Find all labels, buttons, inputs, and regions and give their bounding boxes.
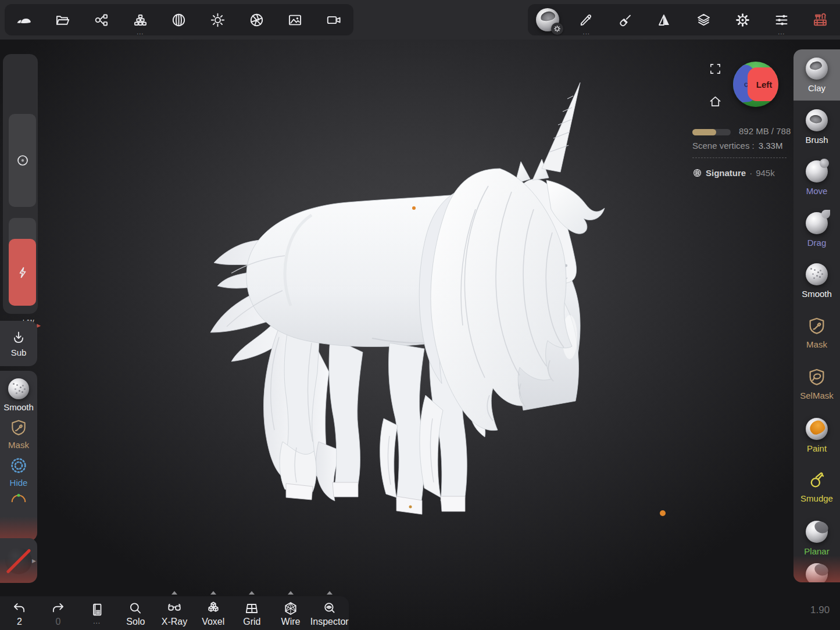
painting-button[interactable] bbox=[612, 6, 639, 34]
quick-mask-button[interactable]: Mask bbox=[8, 418, 29, 450]
nav-left-label: Left bbox=[756, 80, 773, 90]
home-view-button[interactable] bbox=[709, 95, 722, 110]
topology-button[interactable]: ... bbox=[126, 6, 154, 34]
red-slash-icon bbox=[6, 548, 31, 573]
camera-button[interactable] bbox=[320, 6, 348, 34]
wire-button[interactable]: Wire bbox=[271, 596, 310, 630]
intensity-fill bbox=[9, 239, 36, 306]
tool-flatten-partial[interactable] bbox=[806, 563, 828, 582]
tool-clay-label: Clay bbox=[808, 83, 825, 93]
tool-brush-label: Brush bbox=[805, 135, 828, 145]
falloff-expand-arrow[interactable]: ▶ bbox=[32, 558, 36, 564]
quick-hide-button[interactable]: Hide bbox=[9, 456, 28, 488]
active-material-sphere[interactable] bbox=[534, 6, 562, 34]
sym-expand-arrow[interactable]: ▶ bbox=[37, 323, 41, 328]
stroke-marker-dot bbox=[409, 506, 412, 509]
quick-hide-label: Hide bbox=[10, 478, 28, 488]
tool-mask[interactable]: Mask bbox=[793, 307, 840, 358]
fullscreen-button[interactable] bbox=[709, 62, 722, 78]
signature-label: Signature bbox=[706, 168, 746, 178]
stats-divider bbox=[692, 158, 787, 158]
app-logo[interactable] bbox=[10, 6, 38, 34]
drag-sphere-icon bbox=[806, 212, 828, 234]
nav-face-left[interactable]: Left bbox=[748, 67, 778, 101]
stroke-marker-dot bbox=[412, 206, 416, 210]
orange-marker-dot bbox=[660, 510, 666, 516]
inspector-caret bbox=[327, 591, 333, 595]
background-button[interactable] bbox=[281, 6, 309, 34]
files-button[interactable] bbox=[49, 6, 77, 34]
bottom-toolbar: 2 0 ... Solo X-Ray Voxel bbox=[0, 596, 349, 630]
symmetry-mirror-button[interactable] bbox=[650, 6, 678, 34]
tool-move[interactable]: Move bbox=[793, 152, 840, 203]
sub-label: Sub bbox=[11, 348, 27, 357]
gizmo-button[interactable] bbox=[10, 492, 27, 502]
redo-button[interactable]: 0 bbox=[39, 596, 78, 630]
left-slider-container: L/W ▶ Sym bbox=[3, 54, 38, 314]
inspector-button[interactable]: Inspector bbox=[310, 596, 349, 630]
signature-value: 945k bbox=[756, 168, 775, 178]
tool-drag[interactable]: Drag bbox=[793, 204, 840, 255]
app-version: 1.90 bbox=[810, 604, 830, 616]
grid-label: Grid bbox=[243, 617, 260, 627]
tool-planar[interactable]: Planar bbox=[793, 513, 840, 564]
hide-dotted-sphere-icon bbox=[9, 456, 28, 475]
layers-button[interactable] bbox=[689, 6, 717, 34]
tool-selmask-label: SelMask bbox=[800, 391, 834, 400]
tool-smudge[interactable]: Smudge bbox=[793, 461, 840, 512]
solo-button[interactable]: Solo bbox=[116, 596, 155, 630]
tool-brush[interactable]: Brush bbox=[793, 101, 840, 152]
wire-label: Wire bbox=[281, 617, 301, 627]
unicorn-horn bbox=[542, 83, 580, 172]
signature-row: Signature · 945k bbox=[692, 168, 775, 178]
unicorn-model[interactable] bbox=[198, 70, 639, 523]
material-button[interactable] bbox=[165, 6, 193, 34]
tool-selmask[interactable]: SelMask bbox=[793, 358, 840, 409]
top-left-toolbar: ... bbox=[5, 4, 353, 35]
paint-sphere-icon bbox=[806, 418, 828, 440]
tool-smooth-label: Smooth bbox=[802, 289, 832, 299]
scene-graph-button[interactable] bbox=[88, 6, 116, 34]
top-strip: ... bbox=[0, 0, 840, 40]
journal-button[interactable]: ... bbox=[77, 596, 116, 630]
sub-add-toggle[interactable]: Sub bbox=[0, 321, 37, 366]
scene-vertices-value: 3.33M bbox=[759, 141, 783, 151]
xray-button[interactable]: X-Ray bbox=[155, 596, 194, 630]
planar-sphere-icon bbox=[806, 521, 828, 543]
smooth-sphere-icon bbox=[806, 263, 828, 285]
debug-toolbox-button[interactable] bbox=[806, 6, 834, 34]
smooth-sphere-icon bbox=[8, 378, 29, 399]
smudge-finger-icon bbox=[807, 470, 827, 490]
intensity-slider[interactable] bbox=[9, 218, 36, 306]
falloff-none-button[interactable]: ▶ bbox=[0, 538, 37, 583]
stroke-pencil-button[interactable]: ... bbox=[573, 6, 600, 34]
voxel-button[interactable]: Voxel bbox=[194, 596, 233, 630]
grid-button[interactable]: Grid bbox=[233, 596, 271, 630]
right-tool-panel: Clay Brush Move Drag Smooth Mask SelMask… bbox=[793, 49, 840, 582]
selmask-shield-icon bbox=[807, 367, 827, 387]
tool-paint[interactable]: Paint bbox=[793, 410, 840, 461]
move-sphere-icon bbox=[806, 160, 828, 182]
undo-count: 2 bbox=[17, 617, 22, 627]
quick-smooth-button[interactable]: Smooth bbox=[3, 378, 34, 412]
undo-button[interactable]: 2 bbox=[0, 596, 39, 630]
tool-smooth[interactable]: Smooth bbox=[793, 255, 840, 306]
navigation-sphere[interactable]: ck Left bbox=[733, 62, 778, 107]
tool-smudge-label: Smudge bbox=[800, 493, 833, 503]
tool-clay[interactable]: Clay bbox=[793, 49, 840, 101]
lighting-button[interactable] bbox=[204, 6, 232, 34]
topology-more: ... bbox=[126, 29, 154, 35]
memory-bar bbox=[692, 129, 731, 135]
pencil-more: ... bbox=[573, 29, 600, 35]
clay-sphere-icon bbox=[806, 58, 828, 80]
left-quick-tools: Smooth Mask Hide bbox=[0, 371, 37, 541]
tool-paint-label: Paint bbox=[807, 443, 827, 453]
interface-sliders-button[interactable]: ... bbox=[767, 6, 795, 34]
memory-bar-fill bbox=[692, 129, 716, 135]
postprocess-button[interactable] bbox=[242, 6, 270, 34]
material-gear-badge bbox=[551, 23, 563, 35]
brush-sphere-icon bbox=[806, 109, 828, 131]
memory-usage-text: 892 MB / 788 MB bbox=[739, 126, 793, 136]
radius-slider[interactable] bbox=[9, 114, 36, 207]
settings-gear-button[interactable] bbox=[728, 6, 756, 34]
